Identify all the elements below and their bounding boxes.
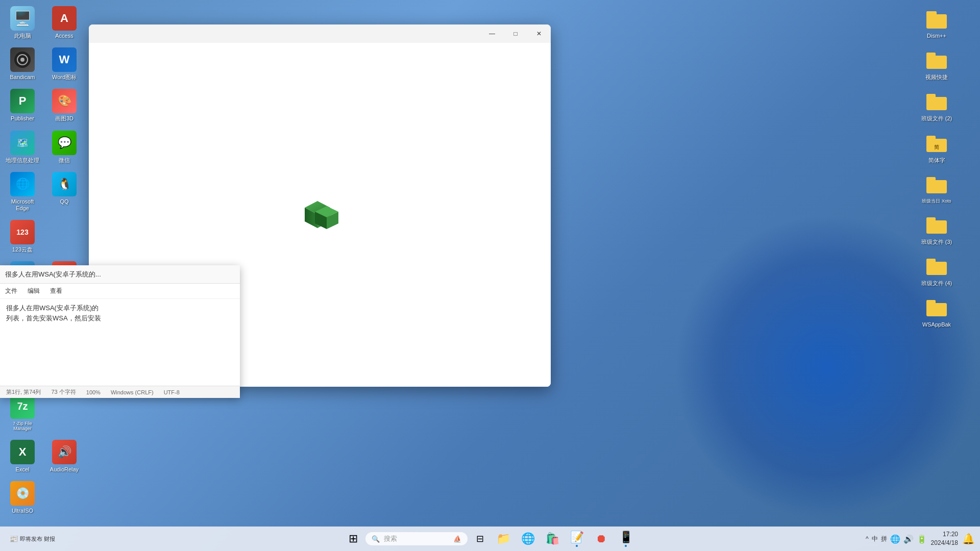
desktop-icon-edge[interactable]: 🌐 Microsoft Edge xyxy=(3,169,42,214)
taskview-button[interactable]: ⊟ xyxy=(470,529,490,549)
desktop-icon-excel[interactable]: X Excel xyxy=(3,437,42,475)
svg-rect-4 xyxy=(926,11,937,16)
notification-bell[interactable]: 🔔 xyxy=(962,533,975,545)
svg-rect-13 xyxy=(926,177,936,182)
search-companion-icon: ⛵ xyxy=(453,535,461,543)
desktop-icon-class-folder4[interactable]: 班级文件 (4) xyxy=(916,251,957,289)
desktop-icon-wsaappbak[interactable]: WSAppBak xyxy=(916,292,957,331)
svg-rect-8 xyxy=(926,94,936,99)
notepad-content: 很多人在用WSA(安卓子系统)的 列表，首先安装WSA，然后安装 xyxy=(0,299,240,327)
notepad-statusbar: 第1行, 第74列 73 个字符 100% Windows (CRLF) UTF… xyxy=(0,386,240,398)
desktop-icon-qq[interactable]: 🐧 QQ xyxy=(44,169,84,214)
desktop-icon-empty3 xyxy=(44,392,84,435)
system-tray: ^ 中 拼 🌐 🔊 🔋 xyxy=(866,534,927,544)
desktop-icon-bandicam[interactable]: Bandicam xyxy=(3,45,42,83)
desktop-icon-weixin[interactable]: 💬 微信 xyxy=(44,128,84,166)
svg-point-2 xyxy=(20,58,24,62)
desktop-icon-empty4 xyxy=(44,479,84,517)
svg-text:简: 简 xyxy=(934,144,940,150)
desktop-icon-computer[interactable]: 🖥️ 此电脑 xyxy=(3,4,42,42)
taskbar-notification: 📰 即将发布 财报 xyxy=(9,535,55,543)
desktop-icon-empty xyxy=(44,217,84,256)
tray-chevron[interactable]: ^ xyxy=(866,535,869,542)
statusbar-zoom: 100% xyxy=(86,389,101,395)
desktop-icon-daily-folder[interactable]: 班级当日 Xoto xyxy=(916,169,957,207)
taskbar-app-explorer[interactable]: 📁 xyxy=(492,528,514,550)
notepad-titlebar: 很多人在用WSA(安卓子系统的... xyxy=(0,265,240,284)
tray-battery[interactable]: 🔋 xyxy=(917,534,927,544)
taskbar-left: 📰 即将发布 财报 xyxy=(0,535,153,543)
taskbar-app-edge[interactable]: 🌐 xyxy=(517,528,539,550)
desktop-icons-right: Dism++ 视频快捷 班级文件 (2) xyxy=(893,0,980,551)
desktop-icon-ultraiso[interactable]: 💿 UltraISO xyxy=(3,479,42,517)
window-close-button[interactable]: ✕ xyxy=(527,24,551,43)
menu-view[interactable]: 查看 xyxy=(50,287,62,295)
tray-volume[interactable]: 🔊 xyxy=(903,534,914,544)
desktop-icon-class-folder3[interactable]: 班级文件 (3) xyxy=(916,210,957,248)
time-display[interactable]: 17:20 2024/4/18 xyxy=(931,530,958,547)
svg-rect-10 xyxy=(926,136,936,141)
svg-rect-17 xyxy=(926,259,936,264)
desktop-icon-123[interactable]: 123 123云盘 xyxy=(3,217,42,256)
search-bar[interactable]: 🔍 搜索 ⛵ xyxy=(365,532,468,545)
desktop-icon-publisher[interactable]: P Publisher xyxy=(3,86,42,124)
svg-rect-6 xyxy=(926,53,936,58)
tray-zh[interactable]: 中 xyxy=(872,535,878,543)
svg-rect-15 xyxy=(926,217,936,222)
desktop-icon-audiorelay[interactable]: 🔊 AudioRelay xyxy=(44,437,84,475)
tray-network[interactable]: 🌐 xyxy=(890,534,900,544)
statusbar-position: 第1行, 第74列 xyxy=(6,388,41,396)
center-app-icon xyxy=(300,193,340,236)
menu-file[interactable]: 文件 xyxy=(5,287,17,295)
svg-rect-3 xyxy=(926,14,947,29)
statusbar-encoding: Windows (CRLF) xyxy=(111,389,154,395)
search-icon: 🔍 xyxy=(372,535,380,543)
statusbar-charset: UTF-8 xyxy=(164,389,180,395)
taskbar-center: ⊞ 🔍 搜索 ⛵ ⊟ 📁 🌐 🛍️ 📝 xyxy=(343,528,637,550)
taskbar-app-wsa[interactable]: 📱 xyxy=(615,528,637,550)
taskbar-app-obs[interactable]: ⏺ xyxy=(590,528,612,550)
notepad-window: 很多人在用WSA(安卓子系统的... 文件 编辑 查看 很多人在用WSA(安卓子… xyxy=(0,265,240,398)
desktop-icon-class-folder2[interactable]: 班级文件 (2) xyxy=(916,86,957,124)
svg-rect-19 xyxy=(926,300,936,305)
notepad-title: 很多人在用WSA(安卓子系统的... xyxy=(5,270,101,279)
window-maximize-button[interactable]: □ xyxy=(504,24,527,43)
window-controls: — □ ✕ xyxy=(480,24,551,43)
statusbar-chars: 73 个字符 xyxy=(51,388,76,396)
taskbar-app-notepad[interactable]: 📝 xyxy=(566,528,588,550)
menu-edit[interactable]: 编辑 xyxy=(28,287,40,295)
taskbar-right: ^ 中 拼 🌐 🔊 🔋 17:20 2024/4/18 🔔 xyxy=(827,530,980,547)
desktop-icon-gis[interactable]: 🗺️ 地理信息处理 xyxy=(3,128,42,166)
taskbar-app-store[interactable]: 🛍️ xyxy=(541,528,564,550)
desktop-icon-7zip[interactable]: 7z 7-Zip File Manager xyxy=(3,392,42,435)
search-placeholder: 搜索 xyxy=(384,534,397,543)
window-titlebar: — □ ✕ xyxy=(89,24,551,43)
notepad-menubar: 文件 编辑 查看 xyxy=(0,284,240,299)
taskbar: 📰 即将发布 财报 ⊞ 🔍 搜索 ⛵ ⊟ 📁 xyxy=(0,527,980,551)
desktop-icon-access[interactable]: A Access xyxy=(44,4,84,42)
tray-keyboard[interactable]: 拼 xyxy=(881,535,887,543)
desktop-icon-dismplus[interactable]: Dism++ xyxy=(916,4,957,42)
desktop-icon-video-folder[interactable]: 视频快捷 xyxy=(916,45,957,83)
window-minimize-button[interactable]: — xyxy=(480,24,504,43)
desktop-icon-paint[interactable]: 🎨 画图3D xyxy=(44,86,84,124)
desktop: 🖥️ 此电脑 A Access Bandicam W Word图标 xyxy=(0,0,980,551)
desktop-icon-jiantiziFolder[interactable]: 简 简体字 xyxy=(916,128,957,166)
start-button[interactable]: ⊞ xyxy=(343,529,363,549)
desktop-icon-word-top[interactable]: W Word图标 xyxy=(44,45,84,83)
